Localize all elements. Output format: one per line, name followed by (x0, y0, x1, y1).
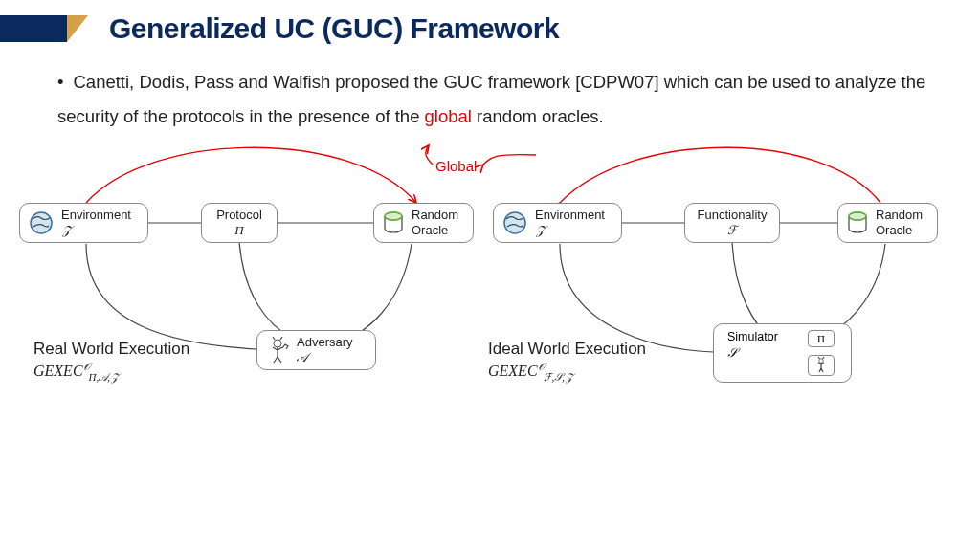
env2-sub: 𝒵 (535, 223, 544, 237)
bullet-post: random oracles. (472, 106, 604, 126)
func-label: Functionality (698, 208, 768, 222)
svg-point-3 (274, 340, 281, 347)
ideal-title: Ideal World Execution (488, 340, 646, 358)
real-sub: Π,𝒜,𝒵 (89, 371, 118, 383)
header-accent-bar (0, 15, 67, 42)
func-sub: ℱ (727, 223, 737, 237)
database-icon (846, 210, 869, 235)
svg-point-7 (819, 359, 823, 363)
node-functionality: Functionalityℱ (684, 203, 780, 243)
diagram-canvas: Global Environment𝒵 ProtocolΠ Random Ora… (0, 134, 980, 545)
database-icon (382, 210, 405, 235)
node-random-oracle-right: Random Oracle (837, 203, 938, 243)
ro2-label: Random Oracle (876, 208, 923, 239)
globe-icon (28, 209, 55, 236)
svg-point-0 (31, 212, 52, 233)
node-environment-right: Environment𝒵 (493, 203, 622, 243)
real-world-label: Real World Execution GEXEC𝒪Π,𝒜,𝒵 (33, 340, 189, 384)
devil-icon (814, 357, 828, 374)
header: Generalized UC (GUC) Framework (0, 0, 980, 57)
ideal-sub: ℱ,𝒮,𝒵 (544, 371, 573, 383)
bullet-text: •Canetti, Dodis, Pass and Walfish propos… (0, 57, 980, 134)
ideal-sym: GEXEC (488, 363, 538, 379)
real-sym: GEXEC (33, 363, 83, 379)
sim-mini-adv (808, 355, 835, 376)
ro1-label: Random Oracle (412, 208, 458, 239)
adv-label: Adversary (297, 335, 353, 349)
globe-icon (501, 209, 528, 236)
global-label: Global (435, 158, 477, 174)
adv-sub: 𝒜 (297, 350, 307, 364)
sim-sub: 𝒮 (727, 345, 736, 361)
node-environment-left: Environment𝒵 (19, 203, 148, 243)
sim-label: Simulator (727, 330, 778, 343)
ideal-world-label: Ideal World Execution GEXEC𝒪ℱ,𝒮,𝒵 (488, 340, 646, 384)
header-accent-triangle (67, 15, 88, 42)
real-title: Real World Execution (33, 340, 189, 358)
node-adversary: Adversary𝒜 (256, 330, 376, 370)
node-simulator: Simulator 𝒮 Π (713, 323, 852, 383)
env2-label: Environment (535, 208, 605, 222)
svg-point-4 (504, 212, 525, 233)
env1-sub: 𝒵 (61, 223, 70, 237)
devil-icon (265, 336, 290, 364)
proto-sub: Π (234, 223, 243, 237)
sim-mini-pi: Π (808, 330, 835, 347)
bullet-red: global (425, 106, 472, 126)
proto-label: Protocol (216, 208, 262, 222)
env1-label: Environment (61, 208, 131, 222)
node-random-oracle-left: Random Oracle (373, 203, 474, 243)
node-protocol: ProtocolΠ (201, 203, 278, 243)
slide-title: Generalized UC (GUC) Framework (109, 12, 559, 45)
